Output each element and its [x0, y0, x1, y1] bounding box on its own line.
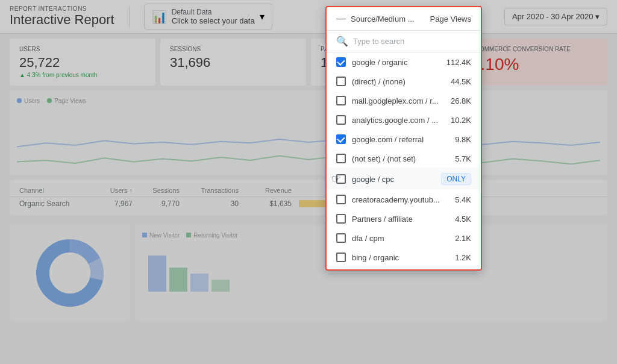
item-value-8: 4.5K — [447, 215, 471, 224]
item-value-2: 26.8K — [447, 96, 471, 105]
dropdown-item-1[interactable]: (direct) / (none) 44.5K — [327, 72, 481, 91]
item-value-1: 44.5K — [447, 77, 471, 86]
checkbox-2[interactable] — [336, 96, 346, 105]
dropdown-item-9[interactable]: dfa / cpm 2.1K — [327, 228, 481, 248]
dropdown-item-2[interactable]: mall.googleplex.com / r... 26.8K — [327, 91, 481, 110]
item-value-10: 1.2K — [447, 253, 471, 262]
checkbox-8[interactable] — [336, 214, 346, 224]
checkbox-10[interactable] — [336, 253, 346, 262]
checkbox-4[interactable] — [336, 134, 346, 144]
item-label-10: bing / organic — [352, 253, 441, 262]
dropdown-item-8[interactable]: Partners / affiliate 4.5K — [327, 209, 481, 228]
search-input[interactable] — [353, 37, 471, 46]
dropdown-items: google / organic 112.4K (direct) / (none… — [327, 52, 481, 269]
item-value-5: 5.7K — [447, 154, 471, 163]
item-label-9: dfa / cpm — [352, 234, 441, 243]
item-label-2: mall.googleplex.com / r... — [352, 96, 441, 105]
item-value-0: 112.4K — [446, 58, 471, 67]
dropdown-panel: — Source/Medium ... Page Views 🔍 google … — [325, 6, 482, 271]
dropdown-item-7[interactable]: creatoracademy.youtub... 5.4K — [327, 190, 481, 209]
item-label-0: google / organic — [352, 58, 440, 67]
item-label-4: google.com / referral — [352, 135, 441, 144]
dropdown-search: 🔍 — [327, 31, 481, 52]
dropdown-overlay — [0, 0, 617, 364]
dropdown-item-3[interactable]: analytics.google.com / ... 10.2K — [327, 110, 481, 130]
item-value-7: 5.4K — [447, 195, 471, 204]
checkbox-3[interactable] — [336, 115, 346, 125]
item-label-3: analytics.google.com / ... — [352, 116, 441, 125]
checkbox-9[interactable] — [336, 233, 346, 243]
item-value-9: 2.1K — [447, 234, 471, 243]
dropdown-col-name: Source/Medium ... — [351, 14, 425, 24]
dropdown-item-5[interactable]: (not set) / (not set) 5.7K — [327, 149, 481, 168]
item-value-3: 10.2K — [447, 116, 471, 125]
checkbox-0[interactable] — [336, 57, 346, 67]
checkbox-6[interactable] — [336, 174, 346, 184]
dropdown-col-pageviews: Page Views — [430, 14, 471, 24]
item-value-4: 9.8K — [447, 135, 471, 144]
dropdown-item-6[interactable]: google / cpc ☞ ONLY — [327, 168, 481, 190]
search-icon: 🔍 — [336, 36, 348, 47]
only-button-6[interactable]: ONLY — [441, 173, 471, 185]
checkbox-5[interactable] — [336, 154, 346, 163]
dropdown-item-10[interactable]: bing / organic 1.2K — [327, 248, 481, 267]
item-label-5: (not set) / (not set) — [352, 154, 441, 163]
dropdown-dash: — — [336, 13, 346, 24]
checkbox-7[interactable] — [336, 195, 346, 204]
dropdown-item-11[interactable]: baidu / organic 1.1K — [327, 267, 481, 269]
item-label-7: creatoracademy.youtub... — [352, 195, 441, 204]
dropdown-item-4[interactable]: google.com / referral 9.8K — [327, 130, 481, 149]
item-label-1: (direct) / (none) — [352, 77, 441, 86]
checkbox-1[interactable] — [336, 77, 346, 86]
item-label-6: google / cpc — [352, 175, 435, 184]
dropdown-header: — Source/Medium ... Page Views — [327, 7, 481, 31]
dropdown-item-0[interactable]: google / organic 112.4K — [327, 52, 481, 72]
item-label-8: Partners / affiliate — [352, 215, 441, 224]
